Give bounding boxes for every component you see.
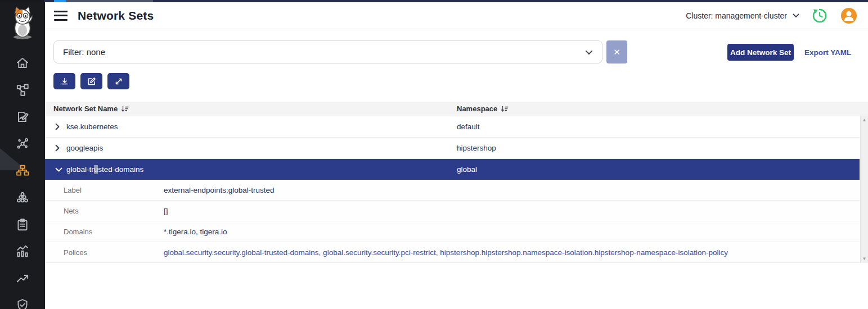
table-row-selected[interactable]: global-trusted-domains global — [45, 159, 860, 180]
expand-button[interactable] — [107, 73, 129, 89]
sidebar-item-security[interactable] — [0, 296, 45, 309]
chevron-right-icon[interactable] — [55, 123, 60, 130]
edit-icon — [87, 77, 96, 86]
detail-value: *.tigera.io, tigera.io — [164, 228, 227, 236]
detail-key: Nets — [64, 207, 79, 215]
sidebar-item-home[interactable] — [0, 53, 45, 72]
timeline-icon — [15, 271, 30, 285]
header-right-group: Cluster: management-cluster — [686, 2, 858, 29]
hamburger-menu-button[interactable] — [54, 11, 68, 21]
browser-top-strip — [0, 0, 868, 2]
name-part: sted-domains — [98, 165, 143, 174]
detail-key: Label — [64, 186, 82, 194]
sort-icon — [501, 106, 509, 112]
sidebar-item-policies[interactable] — [0, 107, 45, 126]
column-header-namespace[interactable]: Namespace — [457, 104, 509, 113]
cluster-selector[interactable]: Cluster: management-cluster — [686, 11, 799, 20]
download-icon — [60, 77, 69, 86]
namespace-value: global — [457, 165, 477, 174]
avatar-icon — [840, 7, 857, 24]
dashboard-icon — [15, 244, 30, 258]
top-strip-blue-segment — [54, 0, 66, 2]
add-network-set-button[interactable]: Add Network Set — [727, 44, 794, 61]
topology-icon — [15, 83, 30, 97]
user-avatar[interactable] — [840, 7, 858, 25]
chevron-down-icon — [793, 13, 799, 18]
detail-value: external-endpoints:global-trusted — [164, 186, 275, 194]
download-button[interactable] — [53, 73, 75, 89]
detail-value: [] — [164, 207, 168, 215]
detail-key: Polices — [64, 248, 87, 257]
sidebar-item-timeline[interactable] — [0, 269, 45, 288]
cluster-selector-label: Cluster: management-cluster — [686, 11, 787, 20]
sidebar — [0, 0, 45, 309]
chevron-down-icon[interactable] — [55, 167, 62, 172]
filter-dropdown[interactable]: Filter: none — [53, 40, 602, 63]
page-header: Network Sets Cluster: management-cluster — [45, 2, 868, 29]
column-header-network-set-name[interactable]: Network Set Name — [53, 104, 129, 113]
history-button[interactable] — [811, 7, 829, 25]
scroll-down-arrow[interactable]: ▼ — [861, 255, 868, 263]
calico-cat-logo[interactable] — [8, 4, 37, 40]
chevron-right-icon[interactable] — [55, 144, 60, 152]
network-sets-icon — [15, 163, 30, 178]
compliance-icon — [15, 217, 30, 232]
detail-row-domains: Domains *.tigera.io, tigera.io — [45, 221, 860, 242]
network-set-name: global-trusted-domains — [66, 165, 143, 174]
table-header: Network Set Name Namespace — [45, 102, 868, 116]
policy-edit-icon — [15, 110, 30, 124]
network-set-name: googleapis — [66, 144, 103, 152]
namespace-value: hipstershop — [457, 144, 496, 152]
sidebar-item-network-sets[interactable] — [0, 161, 45, 180]
export-yaml-link[interactable]: Export YAML — [804, 48, 851, 57]
table-row[interactable]: kse.kubernetes default — [45, 116, 860, 138]
endpoints-icon — [15, 190, 30, 205]
service-graph-icon — [15, 137, 30, 151]
chevron-down-icon — [585, 47, 593, 57]
detail-row-nets: Nets [] — [45, 201, 860, 221]
sidebar-item-dashboard[interactable] — [0, 242, 45, 261]
name-part: global-tr — [66, 165, 94, 174]
sidebar-item-endpoints[interactable] — [0, 188, 45, 207]
column-label: Namespace — [457, 104, 497, 113]
scroll-up-arrow[interactable]: ▲ — [861, 116, 868, 124]
edit-button[interactable] — [80, 73, 102, 89]
security-shield-icon — [15, 298, 30, 309]
detail-value-policy-links[interactable]: global.security.security.global-trusted-… — [164, 248, 728, 257]
table-row[interactable]: googleapis hipstershop — [45, 138, 860, 159]
namespace-value: default — [457, 122, 480, 131]
filter-dropdown-value: Filter: none — [63, 47, 105, 57]
sidebar-item-service-graph[interactable] — [0, 134, 45, 153]
page-title: Network Sets — [78, 9, 154, 22]
detail-row-polices: Polices global.security.security.global-… — [45, 242, 860, 263]
top-strip-dark-segment — [0, 0, 44, 2]
detail-row-label: Label external-endpoints:global-trusted — [45, 180, 860, 201]
sort-icon — [121, 106, 129, 112]
top-strip-slate-segment — [66, 0, 153, 2]
column-label: Network Set Name — [53, 104, 118, 113]
table-scrollbar[interactable]: ▲ ▼ — [860, 116, 868, 263]
network-set-name: kse.kubernetes — [66, 122, 118, 131]
detail-key: Domains — [64, 228, 92, 236]
home-icon — [15, 56, 30, 70]
sidebar-item-compliance[interactable] — [0, 215, 45, 234]
history-icon — [811, 7, 828, 24]
clear-filter-button[interactable]: ✕ — [606, 40, 627, 63]
expand-icon — [114, 77, 123, 86]
sidebar-item-topology[interactable] — [0, 80, 45, 99]
